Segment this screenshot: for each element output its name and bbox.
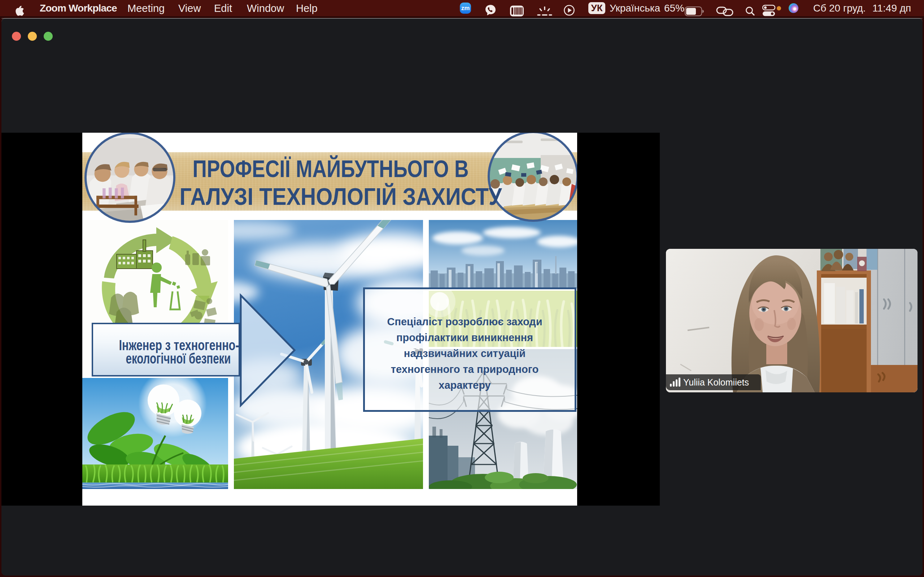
svg-text:ПРОФЕСІЇ МАЙБУТНЬОГО В: ПРОФЕСІЇ МАЙБУТНЬОГО В (193, 155, 469, 182)
svg-text:ГАЛУЗІ ТЕХНОЛОГІЙ ЗАХИСТУ: ГАЛУЗІ ТЕХНОЛОГІЙ ЗАХИСТУ (180, 183, 502, 210)
svg-text:екологічної безпеки: екологічної безпеки (126, 351, 231, 366)
